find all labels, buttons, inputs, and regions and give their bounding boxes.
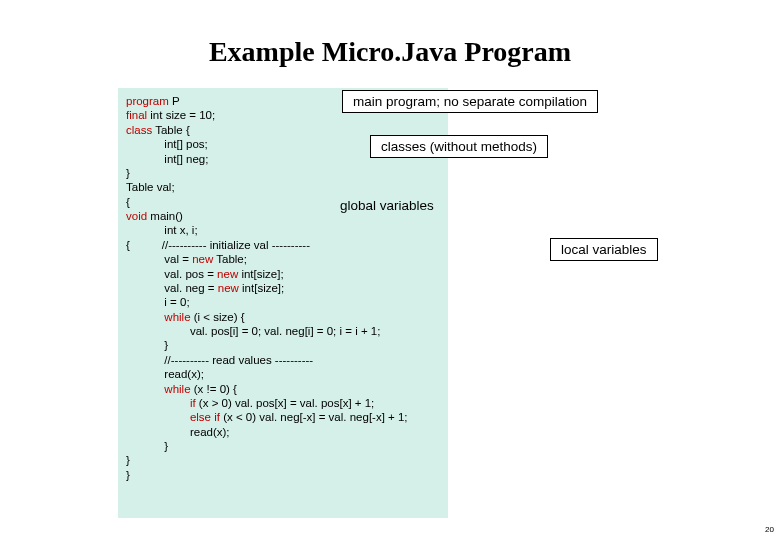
- annotation-global-variables: global variables: [330, 195, 444, 216]
- code-line: read(x);: [126, 367, 440, 381]
- code-line: val = new Table;: [126, 252, 440, 266]
- annotation-classes: classes (without methods): [370, 135, 548, 158]
- page-number: 20: [765, 525, 774, 534]
- code-line: }: [126, 338, 440, 352]
- slide-title: Example Micro.Java Program: [0, 36, 780, 68]
- code-line: }: [126, 439, 440, 453]
- code-line: //---------- read values ----------: [126, 353, 440, 367]
- code-line: int x, i;: [126, 223, 440, 237]
- code-line: }: [126, 468, 440, 482]
- code-line: read(x);: [126, 425, 440, 439]
- code-line: val. pos = new int[size];: [126, 267, 440, 281]
- annotation-local-variables: local variables: [550, 238, 658, 261]
- code-line: Table val;: [126, 180, 440, 194]
- code-line: val. pos[i] = 0; val. neg[i] = 0; i = i …: [126, 324, 440, 338]
- code-line: while (x != 0) {: [126, 382, 440, 396]
- code-line: }: [126, 453, 440, 467]
- code-line: else if (x < 0) val. neg[-x] = val. neg[…: [126, 410, 440, 424]
- code-line: val. neg = new int[size];: [126, 281, 440, 295]
- code-line: }: [126, 166, 440, 180]
- code-line: while (i < size) {: [126, 310, 440, 324]
- code-line: { //---------- initialize val ----------: [126, 238, 440, 252]
- code-line: i = 0;: [126, 295, 440, 309]
- annotation-main-program: main program; no separate compilation: [342, 90, 598, 113]
- code-line: if (x > 0) val. pos[x] = val. pos[x] + 1…: [126, 396, 440, 410]
